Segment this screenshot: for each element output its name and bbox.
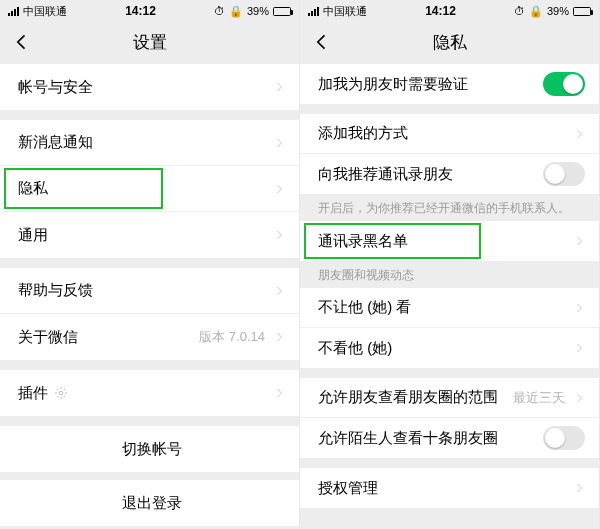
row-dont-see-them[interactable]: 不看他 (她) bbox=[300, 328, 599, 368]
row-label: 不让他 (她) 看 bbox=[318, 298, 411, 317]
chevron-right-icon bbox=[273, 229, 285, 241]
row-add-methods[interactable]: 添加我的方式 bbox=[300, 114, 599, 154]
chevron-right-icon bbox=[573, 302, 585, 314]
chevron-right-icon bbox=[573, 235, 585, 247]
row-label: 通用 bbox=[18, 226, 48, 245]
battery-percent: 39% bbox=[247, 5, 269, 17]
chevron-right-icon bbox=[273, 183, 285, 195]
row-label: 退出登录 bbox=[122, 494, 182, 513]
battery-icon bbox=[273, 7, 291, 16]
row-block-them-seeing[interactable]: 不让他 (她) 看 bbox=[300, 288, 599, 328]
toggle-friend-verify[interactable] bbox=[543, 72, 585, 96]
row-label: 帮助与反馈 bbox=[18, 281, 93, 300]
status-bar: 中国联通 14:12 ⏱ 🔒 39% bbox=[300, 0, 599, 22]
battery-icon bbox=[573, 7, 591, 16]
row-help-feedback[interactable]: 帮助与反馈 bbox=[0, 268, 299, 314]
row-general[interactable]: 通用 bbox=[0, 212, 299, 258]
toggle-stranger-ten[interactable] bbox=[543, 426, 585, 450]
row-label: 加我为朋友时需要验证 bbox=[318, 75, 468, 94]
row-plugins[interactable]: 插件 bbox=[0, 370, 299, 416]
nav-bar: 隐私 bbox=[300, 22, 599, 62]
row-label: 允许朋友查看朋友圈的范围 bbox=[318, 388, 498, 407]
status-bar: 中国联通 14:12 ⏱ 🔒 39% bbox=[0, 0, 299, 22]
row-auth-management[interactable]: 授权管理 bbox=[300, 468, 599, 508]
gear-icon bbox=[54, 386, 68, 400]
row-label: 添加我的方式 bbox=[318, 124, 408, 143]
chevron-right-icon bbox=[573, 342, 585, 354]
chevron-right-icon bbox=[573, 392, 585, 404]
row-moments-range[interactable]: 允许朋友查看朋友圈的范围 最近三天 bbox=[300, 378, 599, 418]
toggle-recommend-contacts[interactable] bbox=[543, 162, 585, 186]
row-friend-verify[interactable]: 加我为朋友时需要验证 bbox=[300, 64, 599, 104]
row-label: 新消息通知 bbox=[18, 133, 93, 152]
chevron-right-icon bbox=[573, 482, 585, 494]
chevron-right-icon bbox=[273, 81, 285, 93]
row-switch-account[interactable]: 切换帐号 bbox=[0, 426, 299, 472]
row-privacy[interactable]: 隐私 bbox=[0, 166, 299, 212]
row-contacts-blacklist[interactable]: 通讯录黑名单 bbox=[300, 221, 599, 261]
row-recommend-contacts[interactable]: 向我推荐通讯录朋友 bbox=[300, 154, 599, 194]
row-notifications[interactable]: 新消息通知 bbox=[0, 120, 299, 166]
status-clock: 14:12 bbox=[425, 4, 456, 18]
row-label: 切换帐号 bbox=[122, 440, 182, 459]
carrier-label: 中国联通 bbox=[23, 4, 67, 19]
chevron-right-icon bbox=[573, 128, 585, 140]
chevron-right-icon bbox=[273, 387, 285, 399]
version-text: 版本 7.0.14 bbox=[199, 328, 265, 346]
alarm-icon: ⏱ bbox=[514, 5, 525, 17]
row-label: 允许陌生人查看十条朋友圈 bbox=[318, 429, 498, 448]
hint-recommend: 开启后，为你推荐已经开通微信的手机联系人。 bbox=[300, 194, 599, 221]
lock-icon: 🔒 bbox=[529, 5, 543, 18]
row-label: 隐私 bbox=[18, 179, 48, 198]
status-clock: 14:12 bbox=[125, 4, 156, 18]
row-label: 向我推荐通讯录朋友 bbox=[318, 165, 453, 184]
lock-icon: 🔒 bbox=[229, 5, 243, 18]
chevron-right-icon bbox=[273, 285, 285, 297]
row-stranger-ten-posts[interactable]: 允许陌生人查看十条朋友圈 bbox=[300, 418, 599, 458]
chevron-right-icon bbox=[273, 331, 285, 343]
page-title: 隐私 bbox=[300, 31, 599, 54]
row-label: 不看他 (她) bbox=[318, 339, 392, 358]
section-header-moments: 朋友圈和视频动态 bbox=[300, 261, 599, 288]
row-about-wechat[interactable]: 关于微信 版本 7.0.14 bbox=[0, 314, 299, 360]
alarm-icon: ⏱ bbox=[214, 5, 225, 17]
row-label: 帐号与安全 bbox=[18, 78, 93, 97]
signal-bars-icon bbox=[308, 7, 319, 16]
row-label: 插件 bbox=[18, 384, 48, 403]
battery-percent: 39% bbox=[547, 5, 569, 17]
signal-bars-icon bbox=[8, 7, 19, 16]
row-logout[interactable]: 退出登录 bbox=[0, 480, 299, 526]
row-label: 通讯录黑名单 bbox=[318, 232, 408, 251]
moments-range-value: 最近三天 bbox=[513, 389, 565, 407]
row-label: 关于微信 bbox=[18, 328, 78, 347]
chevron-right-icon bbox=[273, 137, 285, 149]
carrier-label: 中国联通 bbox=[323, 4, 367, 19]
row-account-security[interactable]: 帐号与安全 bbox=[0, 64, 299, 110]
nav-bar: 设置 bbox=[0, 22, 299, 62]
row-label: 授权管理 bbox=[318, 479, 378, 498]
svg-point-0 bbox=[59, 391, 63, 395]
page-title: 设置 bbox=[0, 31, 299, 54]
